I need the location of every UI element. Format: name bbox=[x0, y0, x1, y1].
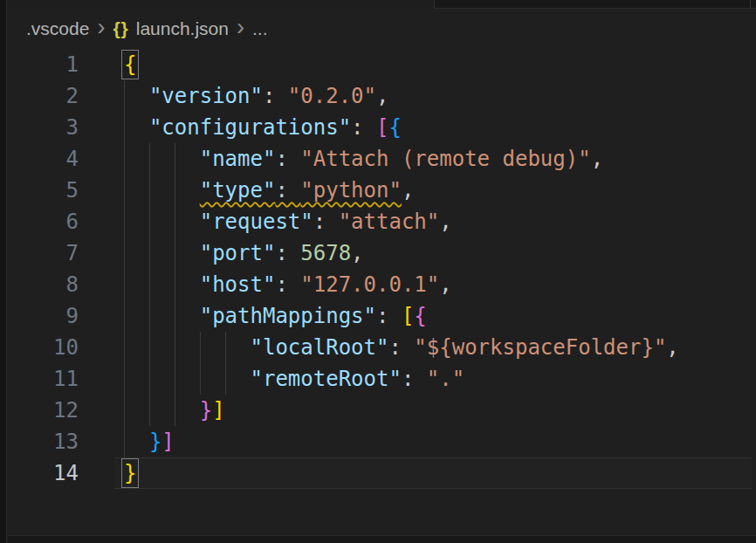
code-token: 5678 bbox=[300, 241, 351, 265]
editor[interactable]: 1{2 "version": "0.2.0",3 "configurations… bbox=[0, 49, 756, 489]
code-token: "python" bbox=[300, 178, 402, 203]
code-token: "port" bbox=[200, 241, 276, 265]
breadcrumb-symbol[interactable]: ... bbox=[252, 18, 268, 39]
window-bottom-edge bbox=[8, 535, 756, 543]
code-token: : bbox=[275, 272, 300, 297]
chevron-right-icon: › bbox=[89, 16, 113, 43]
code-token: "Attach (remote debug)" bbox=[300, 147, 590, 171]
code-token: "pathMappings" bbox=[200, 304, 376, 328]
code-text: "type": "python", bbox=[124, 175, 414, 206]
line-number[interactable]: 2 bbox=[0, 80, 79, 112]
code-token: [ bbox=[376, 115, 388, 140]
code-token: , bbox=[439, 210, 451, 234]
line-number[interactable]: 13 bbox=[0, 426, 79, 457]
matched-bracket: { bbox=[124, 52, 136, 77]
indent-guide bbox=[225, 332, 226, 395]
code-line[interactable]: 1{ bbox=[0, 49, 756, 80]
breadcrumb-folder[interactable]: .vscode bbox=[26, 18, 89, 39]
line-number[interactable]: 9 bbox=[0, 300, 79, 332]
code-text: "host": "127.0.0.1", bbox=[124, 269, 452, 300]
line-number[interactable]: 5 bbox=[0, 175, 79, 206]
code-text: } bbox=[124, 457, 136, 489]
code-line[interactable]: 5 "type": "python", bbox=[0, 175, 756, 206]
code-token: , bbox=[591, 147, 603, 171]
code-token: ] bbox=[212, 398, 224, 423]
code-token: "type" bbox=[200, 178, 276, 203]
code-text: "configurations": [{ bbox=[124, 112, 402, 143]
code-token: : bbox=[275, 241, 300, 265]
json-braces-icon: {} bbox=[113, 18, 128, 39]
code-token: { bbox=[414, 304, 426, 328]
code-token: "127.0.0.1" bbox=[300, 272, 439, 297]
code-token: : bbox=[263, 84, 288, 108]
code-token: , bbox=[351, 241, 363, 265]
indent-guide bbox=[124, 80, 125, 457]
code-line[interactable]: 10 "localRoot": "${workspaceFolder}", bbox=[0, 332, 756, 363]
code-token: } bbox=[149, 430, 162, 454]
code-token: "host" bbox=[200, 272, 276, 297]
code-line[interactable]: 14} bbox=[0, 457, 756, 489]
code-line[interactable]: 8 "host": "127.0.0.1", bbox=[0, 269, 756, 300]
line-number[interactable]: 4 bbox=[0, 143, 79, 175]
code-token: , bbox=[666, 335, 678, 360]
line-number[interactable]: 10 bbox=[0, 332, 79, 363]
code-line[interactable]: 11 "remoteRoot": "." bbox=[0, 363, 756, 395]
code-line[interactable]: 9 "pathMappings": [{ bbox=[0, 300, 756, 332]
window-left-edge bbox=[0, 0, 7, 543]
indent-guide bbox=[149, 143, 150, 426]
code-token: { bbox=[388, 115, 401, 140]
line-number[interactable]: 6 bbox=[0, 206, 79, 237]
tab-separator bbox=[750, 0, 751, 9]
code-token: : bbox=[351, 115, 376, 140]
code-line[interactable]: 12 }] bbox=[0, 395, 756, 426]
tab-separator bbox=[434, 0, 435, 9]
code-token: "attach" bbox=[339, 210, 440, 234]
breadcrumb: .vscode › {} launch.json › ... bbox=[8, 10, 756, 48]
matched-bracket: } bbox=[124, 461, 136, 485]
code-token: : bbox=[275, 147, 300, 171]
code-token: } bbox=[200, 398, 212, 423]
code-token: [ bbox=[402, 304, 414, 328]
code-token: : bbox=[402, 367, 427, 391]
code-text: "pathMappings": [{ bbox=[124, 300, 427, 332]
code-lines: 1{2 "version": "0.2.0",3 "configurations… bbox=[0, 49, 756, 489]
code-line[interactable]: 2 "version": "0.2.0", bbox=[0, 80, 756, 112]
code-token: : bbox=[275, 178, 300, 203]
code-line[interactable]: 3 "configurations": [{ bbox=[0, 112, 756, 143]
code-token: : bbox=[388, 335, 414, 360]
breadcrumb-file[interactable]: launch.json bbox=[136, 18, 229, 39]
code-token: , bbox=[376, 84, 388, 108]
code-token: , bbox=[439, 272, 451, 297]
line-number[interactable]: 11 bbox=[0, 363, 79, 395]
code-line[interactable]: 6 "request": "attach", bbox=[0, 206, 756, 237]
line-number[interactable]: 8 bbox=[0, 269, 79, 300]
code-token: "${workspaceFolder}" bbox=[414, 335, 666, 360]
code-token: "remoteRoot" bbox=[251, 367, 402, 391]
line-number[interactable]: 14 bbox=[0, 457, 79, 489]
indent-guide bbox=[175, 143, 175, 426]
code-line[interactable]: 7 "port": 5678, bbox=[0, 237, 756, 269]
line-number[interactable]: 7 bbox=[0, 237, 79, 269]
code-token: ] bbox=[162, 430, 174, 454]
active-tab-remnant[interactable] bbox=[8, 0, 434, 9]
code-token: "configurations" bbox=[149, 115, 351, 140]
code-token: , bbox=[402, 178, 414, 203]
code-text: "localRoot": "${workspaceFolder}", bbox=[124, 332, 679, 363]
line-number[interactable]: 3 bbox=[0, 112, 79, 143]
indent-guide bbox=[200, 332, 201, 395]
code-token: "name" bbox=[200, 147, 276, 171]
code-token: "0.2.0" bbox=[288, 84, 376, 108]
code-token: : bbox=[376, 304, 402, 328]
code-token: "." bbox=[427, 367, 464, 391]
code-text: "request": "attach", bbox=[124, 206, 452, 237]
code-text: { bbox=[124, 49, 136, 80]
chevron-right-icon: › bbox=[229, 16, 252, 43]
code-text: "version": "0.2.0", bbox=[124, 80, 388, 112]
line-number[interactable]: 12 bbox=[0, 395, 79, 426]
code-text: }] bbox=[124, 426, 175, 457]
line-number[interactable]: 1 bbox=[0, 49, 79, 80]
code-token: : bbox=[313, 210, 339, 234]
code-line[interactable]: 13 }] bbox=[0, 426, 756, 457]
code-text: "name": "Attach (remote debug)", bbox=[124, 143, 603, 175]
code-line[interactable]: 4 "name": "Attach (remote debug)", bbox=[0, 143, 756, 175]
